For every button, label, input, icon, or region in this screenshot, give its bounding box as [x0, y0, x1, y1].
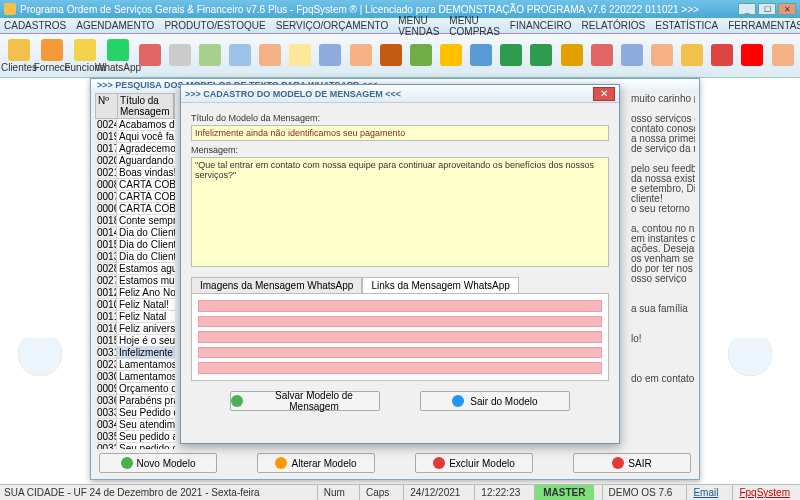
table-row[interactable]: 0013Dia do Cliente: [95, 251, 175, 263]
toolbar-btn-0[interactable]: Clientes: [4, 37, 34, 75]
title-input[interactable]: [191, 125, 609, 141]
toolbar-btn-1[interactable]: Fornece: [37, 37, 67, 75]
close-button[interactable]: ✕: [778, 3, 796, 15]
table-row[interactable]: 0024Acabamos de: [95, 119, 175, 131]
toolbar-btn-13[interactable]: [407, 37, 434, 75]
toolbar-btn-18[interactable]: [558, 37, 585, 75]
toolbar-btn-9[interactable]: [287, 37, 314, 75]
toolbar-btn-25[interactable]: [769, 37, 796, 75]
table-row[interactable]: 0034Seu atendimen: [95, 419, 175, 431]
toolbar-btn-3[interactable]: WhatsApp: [103, 37, 133, 75]
table-row[interactable]: 0032Seu pedido de: [95, 443, 175, 449]
exit-model-button[interactable]: Sair do Modelo: [420, 391, 570, 411]
status-demo: DEMO OS 7.6: [602, 485, 679, 500]
table-row[interactable]: 0036Parabéns pra: [95, 395, 175, 407]
table-row[interactable]: 0021Boas vindas!: [95, 167, 175, 179]
preview-line: o seu retorno: [631, 203, 695, 213]
preview-line: [631, 343, 695, 353]
preview-line: [631, 103, 695, 113]
toolbar-btn-14[interactable]: [437, 37, 464, 75]
table-row[interactable]: 0020Aguardando o: [95, 155, 175, 167]
delete-model-button[interactable]: Excluir Modelo: [415, 453, 533, 473]
grid-header-title: Título da Mensagem: [118, 94, 174, 118]
toolbar-btn-11[interactable]: [347, 37, 374, 75]
exit-search-button[interactable]: SAIR: [573, 453, 691, 473]
menu-vendas[interactable]: MENU VENDAS: [398, 15, 439, 37]
menu-estatistica[interactable]: ESTATÍSTICA: [655, 20, 718, 31]
preview-line: ações. Desejamo: [631, 243, 695, 253]
table-row[interactable]: 0014Dia do Cliente: [95, 227, 175, 239]
preview-line: [631, 383, 695, 393]
table-row[interactable]: 0010Feliz Natal!: [95, 299, 175, 311]
menu-compras[interactable]: MENU COMPRAS: [449, 15, 500, 37]
table-row[interactable]: 0031Infelizmente a: [95, 347, 175, 359]
new-model-button[interactable]: Novo Modelo: [99, 453, 217, 473]
toolbar-btn-6[interactable]: [196, 37, 223, 75]
toolbar-btn-24[interactable]: [739, 37, 766, 75]
link-input-1[interactable]: [198, 300, 602, 312]
menu-servico[interactable]: SERVIÇO/ORÇAMENTO: [276, 20, 388, 31]
preview-line: [631, 283, 695, 293]
table-row[interactable]: 0008CARTA COBR: [95, 179, 175, 191]
preview-line: [631, 313, 695, 323]
plus-icon: [121, 457, 133, 469]
preview-line: [631, 363, 695, 373]
table-row[interactable]: 0019Aqui você fa: [95, 131, 175, 143]
edit-dialog-title: >>> CADASTRO DO MODELO DE MENSAGEM <<<: [185, 89, 401, 99]
close-dialog-button[interactable]: ✕: [593, 87, 615, 101]
table-row[interactable]: 0011Feliz Natal: [95, 311, 175, 323]
table-row[interactable]: 0015Hoje é o seu d: [95, 335, 175, 347]
menu-cadastros[interactable]: CADASTROS: [4, 20, 66, 31]
table-row[interactable]: 0035Seu pedido ac: [95, 431, 175, 443]
models-grid[interactable]: Nº Título da Mensagem 0024Acabamos de001…: [95, 93, 175, 449]
link-input-5[interactable]: [198, 362, 602, 374]
menu-agendamento[interactable]: AGENDAMENTO: [76, 20, 154, 31]
link-input-4[interactable]: [198, 347, 602, 359]
table-row[interactable]: 0012Feliz Ano Nov: [95, 287, 175, 299]
save-model-button[interactable]: Salvar Modelo de Mensagem: [230, 391, 380, 411]
status-fpq[interactable]: FpqSystem: [732, 485, 796, 500]
table-row[interactable]: 0028Estamos agua: [95, 263, 175, 275]
toolbar-btn-23[interactable]: [709, 37, 736, 75]
table-row[interactable]: 0017Agradecemo: [95, 143, 175, 155]
table-row[interactable]: 0007CARTA COBR: [95, 191, 175, 203]
table-row[interactable]: 0033Seu Pedido de: [95, 407, 175, 419]
toolbar-btn-16[interactable]: [498, 37, 525, 75]
toolbar-btn-21[interactable]: [648, 37, 675, 75]
menu-ferramentas[interactable]: FERRAMENTAS: [728, 20, 800, 31]
table-row[interactable]: 0016Feliz aniversá: [95, 323, 175, 335]
maximize-button[interactable]: ☐: [758, 3, 776, 15]
preview-line: [631, 323, 695, 333]
toolbar-btn-17[interactable]: [528, 37, 555, 75]
preview-line: do em contato.: [631, 373, 695, 383]
edit-model-button[interactable]: Alterar Modelo: [257, 453, 375, 473]
toolbar-btn-19[interactable]: [588, 37, 615, 75]
toolbar-btn-7[interactable]: [226, 37, 253, 75]
toolbar-btn-22[interactable]: [679, 37, 706, 75]
menu-relatorios[interactable]: RELATÓRIOS: [582, 20, 646, 31]
toolbar-btn-20[interactable]: [618, 37, 645, 75]
table-row[interactable]: 0009Orçamento do: [95, 383, 175, 395]
tab-images[interactable]: Imagens da Mensagem WhatsApp: [191, 277, 362, 293]
toolbar-btn-8[interactable]: [257, 37, 284, 75]
table-row[interactable]: 0015Dia do Cliente: [95, 239, 175, 251]
table-row[interactable]: 0006CARTA COBR: [95, 203, 175, 215]
minimize-button[interactable]: _: [738, 3, 756, 15]
table-row[interactable]: 0018Conte sempre: [95, 215, 175, 227]
edit-model-dialog: >>> CADASTRO DO MODELO DE MENSAGEM <<< ✕…: [180, 84, 620, 444]
message-textarea[interactable]: [191, 157, 609, 267]
menu-produto[interactable]: PRODUTO/ESTOQUE: [164, 20, 265, 31]
toolbar-btn-5[interactable]: [166, 37, 193, 75]
menu-financeiro[interactable]: FINANCEIRO: [510, 20, 572, 31]
link-input-3[interactable]: [198, 331, 602, 343]
toolbar-btn-10[interactable]: [317, 37, 344, 75]
table-row[interactable]: 0030Lamentamos a: [95, 371, 175, 383]
toolbar-btn-4[interactable]: [136, 37, 163, 75]
toolbar-btn-12[interactable]: [377, 37, 404, 75]
tab-links[interactable]: Links da Mensagem WhatsApp: [362, 277, 518, 293]
link-input-2[interactable]: [198, 316, 602, 328]
toolbar-btn-15[interactable]: [468, 37, 495, 75]
status-email[interactable]: Email: [686, 485, 724, 500]
table-row[interactable]: 0027Estamos muito: [95, 275, 175, 287]
table-row[interactable]: 0023Lamentamos a: [95, 359, 175, 371]
